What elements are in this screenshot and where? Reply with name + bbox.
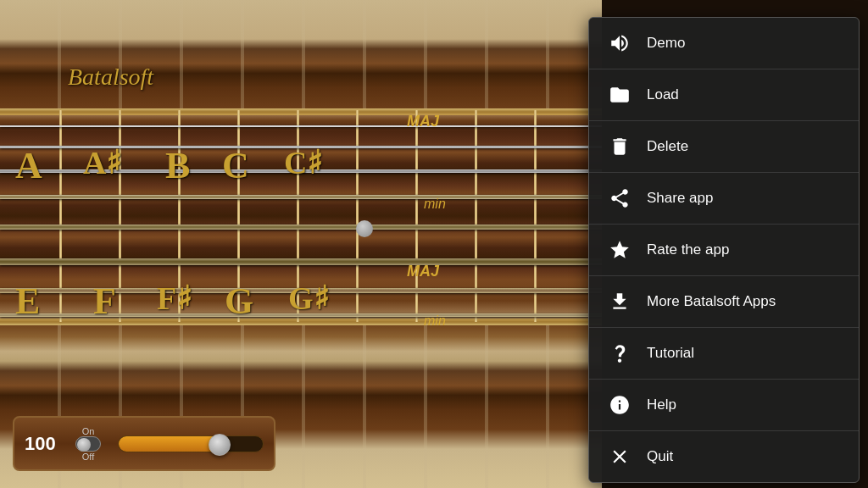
menu-item-more[interactable]: More Batalsoft Apps	[589, 276, 859, 328]
more-label: More Batalsoft Apps	[647, 293, 776, 310]
menu-item-load[interactable]: Load	[589, 69, 859, 121]
trash-icon	[606, 133, 633, 160]
menu-item-tutorial[interactable]: Tutorial	[589, 328, 859, 380]
on-off-toggle: On Off	[71, 426, 105, 462]
menu-item-rate[interactable]: Rate the app	[589, 225, 859, 276]
guitar-background: MAJ min MAJ min A A♯ B C C♯ E F F♯ G G♯ …	[0, 0, 602, 488]
fret-edge-bottom	[0, 319, 602, 325]
note-F: F	[93, 280, 116, 323]
toggle-knob	[77, 438, 91, 452]
volume-value: 100	[25, 433, 58, 455]
note-Fs: F♯	[157, 280, 192, 317]
note-As: A♯	[83, 144, 121, 181]
toggle-switch[interactable]	[75, 436, 101, 452]
note-E: E	[15, 280, 40, 323]
delete-label: Delete	[647, 138, 688, 155]
folder-icon	[606, 81, 633, 108]
rate-label: Rate the app	[647, 241, 729, 258]
help-label: Help	[647, 396, 676, 413]
star-icon	[606, 236, 633, 263]
download-icon	[606, 288, 633, 315]
volume-slider-thumb[interactable]	[209, 434, 231, 456]
note-C: C	[222, 144, 249, 187]
note-Cs: C♯	[284, 144, 322, 181]
string-6	[0, 258, 602, 265]
volume-slider[interactable]	[118, 435, 264, 452]
share-label: Share app	[647, 190, 713, 207]
menu-item-demo[interactable]: Demo	[589, 18, 859, 69]
context-menu: Demo Load Delete Share app	[588, 17, 860, 483]
quit-label: Quit	[647, 448, 673, 465]
fret-edge-top	[0, 108, 602, 115]
min-label-bottom: min	[424, 313, 446, 329]
fret-dot	[356, 220, 373, 237]
volume-control[interactable]: 100 On Off	[13, 416, 275, 471]
menu-item-delete[interactable]: Delete	[589, 121, 859, 173]
off-label: Off	[82, 452, 94, 462]
demo-label: Demo	[647, 35, 685, 52]
maj-label-top: MAJ	[407, 113, 439, 130]
note-G: G	[225, 280, 253, 323]
note-Gs: G♯	[288, 280, 329, 317]
close-icon	[606, 443, 633, 470]
string-4	[0, 195, 602, 199]
logo-text: Batalsoft	[68, 64, 153, 91]
menu-item-help[interactable]: Help	[589, 380, 859, 431]
share-icon	[606, 185, 633, 212]
min-label-top: min	[424, 197, 446, 212]
volume-slider-fill	[119, 436, 220, 452]
note-B: B	[165, 144, 190, 187]
question-icon	[606, 340, 633, 367]
on-label: On	[82, 426, 95, 436]
info-icon	[606, 391, 633, 419]
speaker-icon	[606, 30, 633, 57]
load-label: Load	[647, 86, 679, 103]
maj-label-bottom: MAJ	[407, 263, 439, 280]
note-A: A	[15, 144, 42, 187]
string-1	[0, 125, 602, 127]
tutorial-label: Tutorial	[647, 345, 694, 362]
menu-item-share[interactable]: Share app	[589, 173, 859, 225]
string-5	[0, 225, 602, 230]
menu-item-quit[interactable]: Quit	[589, 431, 859, 482]
